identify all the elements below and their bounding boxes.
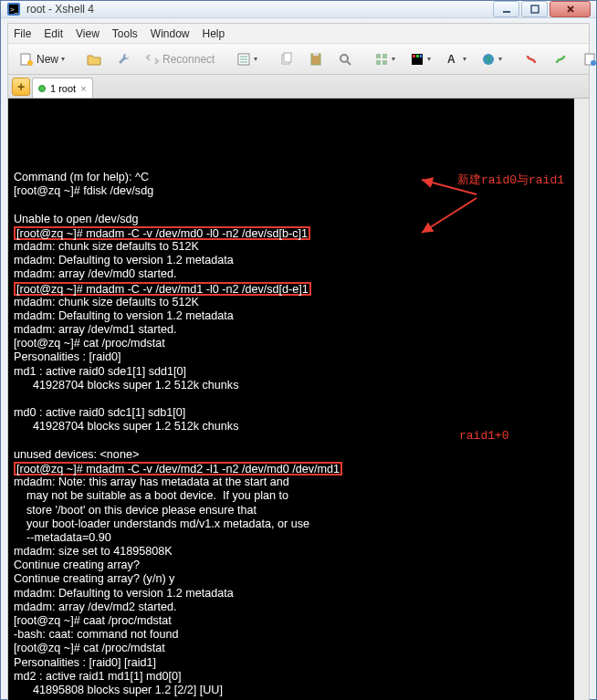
svg-text:>_: >_ (10, 5, 19, 14)
font-button[interactable]: A▾ (440, 48, 472, 70)
paste-icon (309, 52, 323, 67)
menu-edit[interactable]: Edit (44, 27, 63, 40)
terminal-line: [root@zq ~]# mdadm -C -v /dev/md1 -l0 -n… (14, 282, 571, 296)
status-dot-icon (38, 85, 46, 92)
minimize-button[interactable] (493, 1, 519, 17)
script-button[interactable]: ▾ (577, 48, 597, 70)
svg-text:A: A (447, 53, 456, 66)
terminal-line: mdadm: array /dev/md2 started. (14, 601, 571, 614)
app-window: >_ root - Xshell 4 File Edit View Tools … (0, 0, 597, 700)
maximize-button[interactable] (521, 1, 548, 17)
open-button[interactable] (81, 48, 107, 70)
titlebar[interactable]: >_ root - Xshell 4 (1, 1, 596, 18)
terminal-line: Personalities : [raid0] [raid1] (14, 656, 571, 670)
tabbar: + 1 root × (8, 75, 589, 99)
terminal-line: mdadm: array /dev/md0 started. (14, 267, 571, 281)
new-icon (19, 52, 34, 67)
svg-point-6 (27, 60, 33, 66)
script-icon (582, 52, 597, 67)
transfer2-icon (553, 52, 568, 67)
menu-file[interactable]: File (14, 27, 31, 40)
svg-point-15 (340, 55, 348, 62)
grid-icon (374, 52, 389, 67)
folder-icon (87, 52, 101, 67)
terminal-line: -bash: caat: command not found (14, 628, 571, 642)
terminal-line: [root@zq ~]# mdadm -C -v /dev/md0 -l0 -n… (14, 226, 571, 240)
window-title: root - Xshell 4 (26, 3, 491, 16)
terminal-line (14, 392, 571, 406)
svg-rect-4 (531, 5, 539, 13)
copy-button[interactable] (274, 48, 299, 70)
font-icon: A (445, 52, 460, 67)
terminal-line: 41928704 blocks super 1.2 512k chunks (14, 379, 571, 392)
terminal-line: md0 : active raid0 sdc1[1] sdb1[0] (14, 406, 571, 420)
terminal-line: [root@zq ~]# cat /proc/mdstat (14, 337, 571, 350)
terminal-line: [root@zq ~]# mdadm -C -v /dev/md2 -l1 -n… (14, 462, 571, 475)
menu-window[interactable]: Window (151, 27, 190, 40)
svg-rect-22 (413, 55, 415, 57)
terminal-line: may not be suitable as a boot device. If… (14, 489, 571, 503)
terminal-line: Continue creating array? (14, 559, 571, 572)
terminal-line: mdadm: Note: this array has metadata at … (14, 475, 571, 489)
find-button[interactable] (332, 48, 358, 70)
color-button[interactable]: ▾ (404, 48, 436, 70)
terminal-line: mdadm: Defaulting to version 1.2 metadat… (14, 309, 571, 323)
terminal-line: md2 : active raid1 md1[1] md0[0] (14, 670, 571, 684)
terminal-line: [root@zq ~]# caat /proc/mdstat (14, 614, 571, 628)
menu-tools[interactable]: Tools (112, 27, 138, 40)
globe-button[interactable]: ▾ (476, 48, 508, 70)
transfer2-button[interactable] (548, 48, 573, 70)
wrench-icon (116, 52, 131, 67)
tab-label: 1 root (50, 83, 76, 94)
terminal-line: [root@zq ~]# cat /proc/mdstat (14, 642, 571, 655)
close-tab-icon[interactable]: × (80, 83, 86, 94)
tab-1-root[interactable]: 1 root × (32, 78, 93, 98)
search-icon (338, 52, 352, 67)
terminal-line: mdadm: Defaulting to version 1.2 metadat… (14, 587, 571, 601)
terminal-line (14, 198, 571, 212)
terminal-line: mdadm: chunk size defaults to 512K (14, 240, 571, 254)
terminal-line: mdadm: chunk size defaults to 512K (14, 296, 571, 309)
globe-icon (481, 52, 496, 67)
sessions-button[interactable]: ▾ (231, 48, 263, 70)
terminal-line: unused devices: <none> (14, 448, 571, 462)
menu-view[interactable]: View (76, 27, 100, 40)
properties-button[interactable] (110, 48, 136, 70)
terminal-line: mdadm: Defaulting to version 1.2 metadat… (14, 254, 571, 267)
svg-rect-23 (416, 55, 419, 57)
transfer-button[interactable] (518, 48, 544, 70)
svg-line-16 (347, 61, 351, 65)
terminal-line: 41895808 blocks super 1.2 [2/2] [UU] (14, 684, 571, 697)
copy-icon (279, 52, 294, 67)
svg-line-29 (422, 180, 477, 194)
svg-rect-17 (376, 54, 381, 58)
svg-rect-19 (376, 60, 381, 65)
transfer-icon (524, 52, 539, 67)
add-tab-button[interactable]: + (12, 78, 30, 96)
svg-rect-18 (382, 54, 387, 58)
menu-help[interactable]: Help (203, 27, 225, 40)
terminal-line: mdadm: size set to 41895808K (14, 545, 571, 559)
svg-rect-3 (503, 11, 510, 13)
svg-line-30 (422, 198, 477, 233)
svg-rect-12 (284, 53, 291, 62)
reconnect-icon (145, 52, 160, 67)
app-icon: >_ (6, 2, 21, 16)
toolbar: New ▾ Reconnect ▾ ▾ ▾ A▾ ▾ ▾ (8, 44, 589, 75)
close-button[interactable] (550, 1, 591, 17)
terminal-line: Personalities : [raid0] (14, 350, 571, 364)
paste-button[interactable] (303, 48, 329, 70)
layout-button[interactable]: ▾ (369, 48, 401, 70)
terminal-line: Continue creating array? (y/n) y (14, 572, 571, 586)
svg-rect-20 (382, 60, 387, 65)
annotation-raid10: raid1+0 (459, 429, 509, 443)
svg-rect-24 (420, 55, 422, 57)
terminal-line: Unable to open /dev/sdg (14, 213, 571, 226)
reconnect-button[interactable]: Reconnect (140, 48, 220, 70)
menubar: File Edit View Tools Window Help (8, 24, 589, 44)
svg-rect-14 (313, 53, 319, 56)
terminal-line: md1 : active raid0 sde1[1] sdd1[0] (14, 365, 571, 379)
new-button[interactable]: New ▾ (14, 48, 70, 70)
terminal[interactable]: 新建raid0与raid1 raid1+0 Command (m for hel… (8, 99, 589, 700)
terminal-line: mdadm: array /dev/md1 started. (14, 323, 571, 337)
